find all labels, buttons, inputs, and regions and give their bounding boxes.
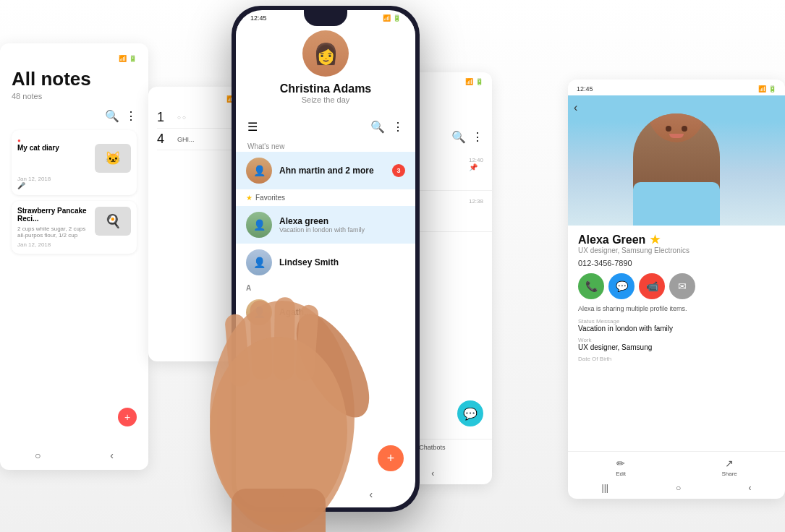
lindsey-info: Lindsey Smith (279, 257, 405, 267)
note-date-2: Jan 12, 2018 (17, 241, 131, 248)
messages-signal: 📶 🔋 (465, 78, 483, 85)
contact-full-name: Alexa Green ★ (578, 233, 775, 246)
alexa-name: Alexa green (279, 216, 405, 226)
note-title-1: My cat diary (17, 144, 90, 152)
cal-day-2: 4 (157, 132, 171, 147)
contact-lindsey[interactable]: 👤 Lindsey Smith (236, 244, 415, 281)
search-icon[interactable]: 🔍 (451, 130, 466, 144)
alexa-info: Alexa green Vacation in london with fami… (279, 216, 405, 233)
contact-agatha[interactable]: 👤 Agath... (236, 293, 415, 331)
note-star-1: 🎤 (17, 182, 131, 189)
contact-star-icon: ★ (650, 233, 660, 246)
edit-label: Edit (616, 471, 626, 477)
recent-nav[interactable]: ||| (602, 483, 608, 493)
notes-signal: 📶 🔋 (119, 55, 137, 62)
pin-icon-1: 📌 (469, 163, 483, 171)
contact-role: UX designer, Samsung Electronics (578, 246, 775, 254)
notes-panel: 📶 🔋 All notes 48 notes 🔍 ⋮ ● My cat diar… (0, 43, 148, 470)
message-button[interactable]: 💬 (608, 273, 635, 299)
phone-time: 12:45 (250, 14, 267, 22)
profile-tagline: Seize the day (302, 95, 350, 104)
note-date-1: Jan 12, 2018 (17, 176, 131, 182)
sharing-note: Alexa is sharing multiple profile items. (578, 305, 775, 312)
phone-profile-section: 👩 Christina Adams Seize the day (236, 23, 415, 114)
contact-alexa[interactable]: 👤 Alexa green Vacation in london with fa… (236, 206, 415, 244)
contact-ahn-martin[interactable]: 👤 Ahn martin and 2 more 3 (236, 152, 415, 189)
phone-bottom-nav: ○ ‹ (236, 489, 415, 500)
back-icon[interactable]: ‹ (431, 468, 434, 479)
favorites-text: Favorites (255, 194, 285, 202)
dob-label: Date of birth (578, 356, 775, 362)
contact-details: Alexa Green ★ UX designer, Samsung Elect… (568, 226, 785, 374)
home-nav[interactable]: ○ (676, 483, 681, 493)
contact-bottom-actions: ✏ Edit ↗ Share (568, 451, 785, 477)
add-note-button[interactable]: + (118, 408, 137, 426)
share-icon: ↗ (725, 458, 734, 469)
menu-icon[interactable]: ☰ (247, 120, 258, 134)
share-label: Share (721, 471, 737, 477)
phone-signal: 📶 🔋 (383, 14, 401, 22)
profile-avatar: 👩 (302, 30, 349, 77)
call-button[interactable]: 📞 (578, 273, 604, 299)
more-icon[interactable]: ⋮ (472, 130, 483, 144)
home-nav[interactable]: ○ (279, 489, 284, 500)
notes-title: All notes (12, 68, 137, 90)
detail-status-bar: 12:45 📶 🔋 (568, 80, 785, 95)
alexa-avatar: 👤 (246, 212, 272, 238)
detail-signal: 📶 🔋 (758, 85, 776, 93)
phone-toolbar: ☰ 🔍 ⋮ (236, 114, 415, 140)
note-title-2: Strawberry Pancake Reci... (17, 207, 90, 223)
search-icon[interactable]: 🔍 (105, 109, 119, 123)
profile-face: 👩 (302, 30, 349, 77)
work-value: UX designer, Samsung (578, 343, 775, 351)
work-label: Work (578, 337, 775, 343)
phone-screen: 12:45 📶 🔋 👩 Christina Adams Seize the da… (236, 10, 415, 507)
note-card-2[interactable]: Strawberry Pancake Reci... 2 cups white … (12, 201, 137, 254)
note-image-2: 🍳 (95, 207, 131, 236)
cal-day-1: 1 (157, 110, 171, 125)
edit-action[interactable]: ✏ Edit (616, 458, 626, 477)
tab-chatbots[interactable]: Chatbots (419, 444, 445, 451)
email-button[interactable]: ✉ (669, 273, 695, 299)
main-phone: 12:45 📶 🔋 👩 Christina Adams Seize the da… (232, 6, 420, 512)
phone-fab[interactable]: + (378, 445, 404, 471)
back-nav-icon[interactable]: ‹ (110, 450, 114, 461)
back-nav[interactable]: ‹ (370, 489, 373, 500)
more-icon[interactable]: ⋮ (125, 109, 137, 123)
home-nav-icon[interactable]: ○ (35, 450, 41, 461)
agatha-name: Agath... (279, 307, 405, 317)
note-card-1[interactable]: ● My cat diary 🐱 Jan 12, 2018 🎤 (12, 130, 137, 195)
msg-time-2: 12:38 (469, 198, 483, 205)
edit-icon: ✏ (616, 458, 625, 469)
whats-new-label: What's new (236, 140, 415, 152)
lindsey-name: Lindsey Smith (279, 257, 405, 267)
star-icon: ★ (246, 194, 253, 202)
more-icon[interactable]: ⋮ (392, 120, 404, 134)
detail-time: 12:45 (577, 85, 593, 93)
cal-day-label-2: GHI... (177, 136, 195, 143)
compose-fab[interactable]: 💬 (457, 400, 483, 426)
contact-detail-panel: 12:45 📶 🔋 ‹ Alexa Green (568, 80, 785, 499)
detail-dob: Date of birth (578, 356, 775, 362)
notes-subtitle: 48 notes (12, 92, 137, 100)
search-icon[interactable]: 🔍 (370, 120, 385, 134)
detail-bottom-nav: ||| ○ ‹ (568, 483, 785, 493)
notes-status-bar: 📶 🔋 (12, 55, 137, 62)
back-button[interactable]: ‹ (574, 101, 577, 114)
note-image-1: 🐱 (95, 144, 131, 173)
alexa-sub: Vacation in london with family (279, 226, 405, 233)
back-nav[interactable]: ‹ (748, 483, 751, 493)
ahn-name: Ahn martin and 2 more (279, 166, 385, 176)
notes-bottom-nav: ○ ‹ (0, 450, 148, 461)
profile-name: Christina Adams (280, 82, 372, 95)
detail-status-message: Status message Vacation in london with f… (578, 318, 775, 332)
lindsey-avatar: 👤 (246, 249, 272, 275)
contact-detail-photo: ‹ (568, 95, 785, 226)
agatha-avatar: 👤 (246, 299, 272, 325)
share-action[interactable]: ↗ Share (721, 458, 737, 477)
video-button[interactable]: 📹 (639, 273, 665, 299)
detail-work: Work UX designer, Samsung (578, 337, 775, 351)
msg-time-1: 12:40 (469, 157, 483, 163)
status-label: Status message (578, 318, 775, 325)
favorites-section: ★ Favorites (236, 189, 415, 206)
